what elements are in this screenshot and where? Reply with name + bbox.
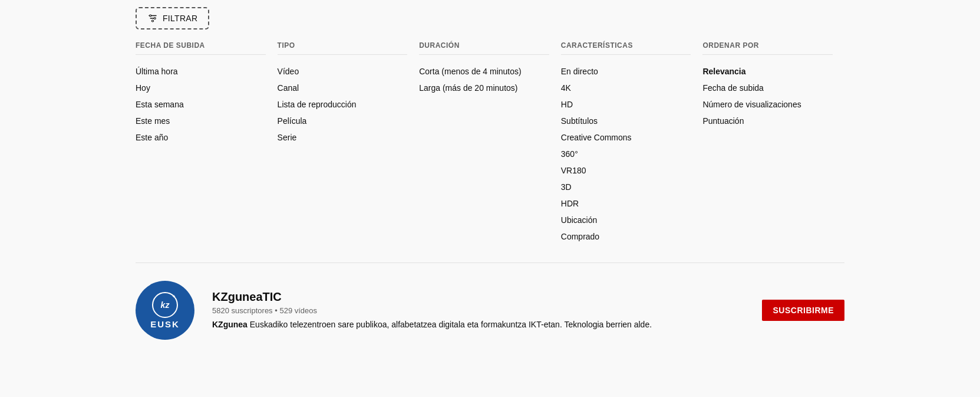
channel-name: KZguneaTIC [212, 290, 744, 304]
filter-item[interactable]: Hoy [136, 80, 266, 96]
svg-point-4 [154, 18, 156, 19]
channel-logo: kz ✦ EUSK [136, 281, 194, 340]
filter-item[interactable]: Última hora [136, 63, 266, 80]
filter-item[interactable]: Subtítulos [561, 113, 691, 129]
svg-point-3 [150, 15, 151, 17]
filter-item[interactable]: Comprado [561, 228, 691, 245]
filter-item[interactable]: Lista de reproducción [278, 96, 408, 113]
filter-item[interactable]: Esta semana [136, 96, 266, 113]
filter-column-fecha: FECHA DE SUBIDAÚltima horaHoyEsta semana… [136, 41, 278, 245]
filter-header-tipo: TIPO [278, 41, 408, 55]
filter-item[interactable]: 4K [561, 80, 691, 96]
channel-logo-kz-text: kz [161, 300, 170, 310]
channel-info: KZguneaTIC 5820 suscriptores • 529 vídeo… [212, 290, 744, 331]
filter-item[interactable]: Fecha de subida [702, 80, 833, 96]
filter-button-label: FILTRAR [163, 14, 197, 23]
channel-description: KZgunea Euskadiko telezentroen sare publ… [212, 319, 744, 331]
filter-item[interactable]: Corta (menos de 4 minutos) [419, 63, 549, 80]
filter-item[interactable]: 360° [561, 146, 691, 162]
filter-header-duracion: DURACIÓN [419, 41, 549, 55]
filter-item[interactable]: Este año [136, 129, 266, 146]
filter-item[interactable]: VR180 [561, 162, 691, 179]
filter-column-ordenar: ORDENAR PORRelevanciaFecha de subidaNúme… [702, 41, 844, 245]
filter-column-tipo: TIPOVídeoCanalLista de reproducciónPelíc… [278, 41, 420, 245]
filter-item[interactable]: Creative Commons [561, 129, 691, 146]
filter-item[interactable]: Película [278, 113, 408, 129]
filter-item[interactable]: En directo [561, 63, 691, 80]
filter-item[interactable]: Relevancia [702, 63, 833, 80]
filter-header-fecha: FECHA DE SUBIDA [136, 41, 266, 55]
filter-header-caracteristicas: CARACTERÍSTICAS [561, 41, 691, 55]
filter-header-ordenar: ORDENAR POR [702, 41, 833, 55]
filter-item[interactable]: Puntuación [702, 113, 833, 129]
channel-logo-kz: kz ✦ [152, 292, 178, 318]
filter-icon [147, 13, 158, 24]
filter-item[interactable]: 3D [561, 179, 691, 195]
filter-column-caracteristicas: CARACTERÍSTICASEn directo4KHDSubtítulosC… [561, 41, 703, 245]
subscribe-button[interactable]: SUSCRIBIRME [762, 300, 844, 321]
channel-subscribers: 5820 suscriptores [212, 306, 273, 315]
filter-button[interactable]: FILTRAR [136, 7, 209, 29]
filter-item[interactable]: Canal [278, 80, 408, 96]
channel-logo-eusk: EUSK [150, 319, 180, 329]
channel-desc-bold: KZgunea [212, 320, 248, 329]
filter-item[interactable]: Serie [278, 129, 408, 146]
filter-column-duracion: DURACIÓNCorta (menos de 4 minutos)Larga … [419, 41, 561, 245]
filter-item[interactable]: Larga (más de 20 minutos) [419, 80, 549, 96]
filter-item[interactable]: HDR [561, 195, 691, 212]
channel-videos: 529 vídeos [279, 306, 317, 315]
channel-meta: 5820 suscriptores • 529 vídeos [212, 306, 744, 315]
filter-item[interactable]: Este mes [136, 113, 266, 129]
filter-item[interactable]: Número de visualizaciones [702, 96, 833, 113]
svg-point-5 [152, 20, 154, 22]
channel-desc-rest: Euskadiko telezentroen sare publikoa, al… [248, 320, 652, 329]
filter-item[interactable]: Ubicación [561, 212, 691, 228]
filter-item[interactable]: Vídeo [278, 63, 408, 80]
channel-footer: kz ✦ EUSK KZguneaTIC 5820 suscriptores •… [0, 263, 980, 357]
filter-item[interactable]: HD [561, 96, 691, 113]
filter-panel: FECHA DE SUBIDAÚltima horaHoyEsta semana… [0, 29, 980, 263]
